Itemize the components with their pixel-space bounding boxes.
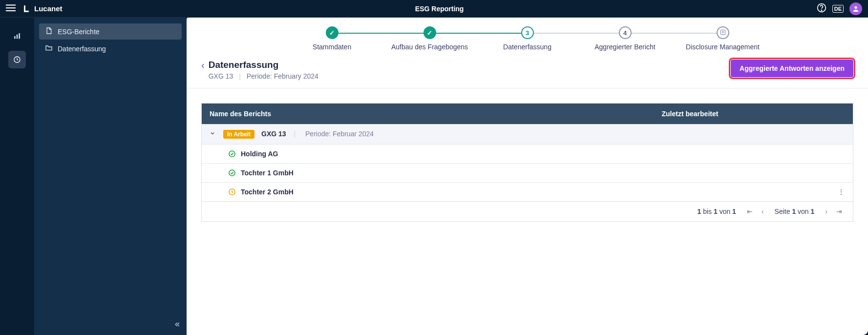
group-period: Periode: Februar 2024 [305,130,374,138]
svg-point-4 [821,10,822,10]
check-circle-icon [228,169,236,177]
group-name: GXG 13 [261,130,286,138]
sidebar-item-label: ESG-Berichte [58,28,100,36]
table-group-row[interactable]: In Arbeit GXG 13 | Periode: Februar 2024 [202,125,853,145]
table-row[interactable]: Holding AG [202,145,853,164]
col-actions [830,104,853,125]
step-stammdaten[interactable]: ✓ Stammdaten [283,26,381,51]
clock-icon [228,188,236,196]
pager-next[interactable]: › [823,207,829,216]
pager-range: 1 bis 1 von 1 [697,208,736,215]
svg-rect-7 [17,35,18,39]
export-icon [720,29,726,37]
step-aggregiert[interactable]: 4 Aggregierter Bericht [576,26,674,51]
svg-rect-1 [6,7,16,8]
reports-table: Name des Berichts Zuletzt bearbeitet In … [201,103,853,202]
folder-icon [45,44,53,53]
check-circle-icon [228,150,236,158]
sidebar-item-esg-reports[interactable]: ESG-Berichte [39,23,182,40]
progress-stepper: ✓ Stammdaten ✓ Aufbau des Fragebogens 3 … [187,18,868,51]
chevron-down-icon[interactable] [210,130,216,138]
sidebar-item-label: Datenerfassung [58,45,106,53]
svg-rect-8 [19,33,20,39]
user-avatar[interactable] [849,2,862,15]
rail-item-esg[interactable] [8,51,26,68]
pager-page: Seite 1 von 1 [775,208,815,215]
svg-rect-2 [6,10,16,11]
pagination: 1 bis 1 von 1 ⇤ ‹ Seite 1 von 1 › [201,202,853,222]
col-name: Name des Berichts [202,104,654,125]
menu-icon[interactable] [6,3,18,15]
sidebar-item-data-collection[interactable]: Datenerfassung [39,41,182,57]
check-icon: ✓ [427,29,432,37]
step-disclosure[interactable]: Disclosure Management [674,26,772,51]
page-meta: GXG 13 | Periode: February 2024 [209,72,318,80]
page-title: Datenerfassung [209,60,318,70]
step-aufbau[interactable]: ✓ Aufbau des Fragebogens [381,26,479,51]
show-aggregated-button[interactable]: Aggregierte Antworten anzeigen [731,60,853,77]
brand-name: Lucanet [34,4,63,13]
row-actions-menu[interactable]: ⋮ [830,183,853,202]
svg-rect-6 [14,36,16,39]
help-icon[interactable] [817,3,826,15]
pager-prev[interactable]: ‹ [760,207,766,216]
pager-last[interactable]: ⇥ [834,207,844,216]
language-toggle[interactable]: DE [832,5,844,13]
rail-item-analytics[interactable] [8,27,26,45]
check-icon: ✓ [329,29,335,37]
status-badge: In Arbeit [223,130,254,139]
step-datenerfassung[interactable]: 3 Datenerfassung [479,26,576,51]
file-icon [45,27,53,36]
svg-point-5 [854,6,857,8]
back-button[interactable]: ‹ [201,60,205,71]
app-title: ESG Reporting [63,5,817,13]
col-modified: Zuletzt bearbeitet [654,104,830,125]
svg-rect-0 [6,4,16,5]
table-row[interactable]: Tochter 1 GmbH [202,164,853,183]
brand-logo: Lucanet [22,4,63,13]
table-row[interactable]: Tochter 2 GmbH ⋮ [202,183,853,202]
sidebar-collapse[interactable]: « [175,319,180,329]
pager-first[interactable]: ⇤ [745,207,755,216]
